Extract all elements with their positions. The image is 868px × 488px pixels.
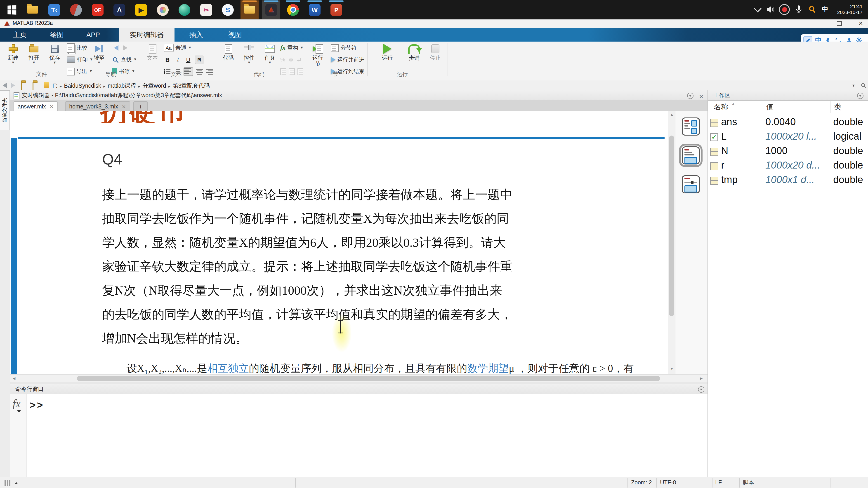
breadcrumb-seg3[interactable]: 分章word [143,83,166,89]
panel-menu-icon[interactable] [698,386,704,393]
compare-button[interactable]: 比较 [67,42,87,53]
fx-indicator[interactable]: fx [13,398,21,410]
tab-apps[interactable]: APP [78,28,108,41]
workspace-row-tmp[interactable]: tmp1000x1 d...double [708,173,868,188]
ime-indicator[interactable]: 中 [819,4,831,15]
scroll-left-icon[interactable]: ◀ [13,377,16,381]
breadcrumb-seg2[interactable]: matlab课程 [107,83,136,89]
bold-button[interactable]: B [164,56,171,64]
record-icon[interactable] [778,4,790,15]
forward-arrow-icon[interactable] [123,45,127,51]
status-file-kind[interactable]: 脚本 [743,477,754,488]
col-name[interactable]: 名称 [714,103,728,112]
scroll-up-icon[interactable]: ▲ [670,112,674,117]
tab-view[interactable]: 视图 [220,28,250,41]
snipping-tool-icon[interactable]: ✂ [197,0,215,19]
link-mutually-independent[interactable]: 相互独立 [207,363,249,374]
stop-button[interactable]: 停止 [425,42,446,61]
media-player-icon[interactable]: ▶ [132,0,150,19]
section-break-button[interactable]: 分节符 [331,42,357,53]
cat-app-icon[interactable]: ᐱ [110,0,128,19]
workspace-row-ans[interactable]: ans0.0040double [708,116,868,130]
tab-home[interactable]: 主页 [4,28,35,41]
translate-app-icon[interactable]: T‹ [45,0,63,19]
doc-paragraph-line[interactable]: 的去吃饭的同学人数的平均值，计算该平均值和真实的期望的偏差有多大， [102,302,636,326]
volume-icon[interactable] [765,4,776,15]
current-folder-collapsed-tab[interactable]: 当前文件夹 [0,90,10,130]
editor-hscrollbar[interactable]: ◀ ▶ [10,374,708,382]
close-button[interactable]: ✕ [854,20,868,28]
tab-insert[interactable]: 插入 [181,28,212,41]
underline-button[interactable]: U [184,56,192,64]
scroll-right-icon[interactable]: ▶ [700,377,703,381]
tab-live-editor[interactable]: 实时编辑器 [119,28,175,41]
status-zoom[interactable]: Zoom: 2... [631,477,657,488]
align-center-icon[interactable] [196,68,203,74]
sync-app-icon[interactable] [67,0,85,19]
run-section-button[interactable]: 运行节 [307,42,328,67]
step-button[interactable]: 步进 [404,42,425,61]
doc-heading[interactable]: Q4 [102,151,122,168]
control-button[interactable]: 控件▼ [239,42,259,65]
hscroll-thumb[interactable] [77,376,660,381]
tab-answer-mlx[interactable]: answer.mlx✕ [13,101,58,111]
search-tray-icon[interactable] [807,4,818,15]
open-folder-window-icon[interactable] [241,0,258,19]
monospace-button[interactable]: M [195,55,204,64]
toggle-output-inline-button[interactable] [682,147,700,164]
align-right-icon[interactable] [206,68,213,74]
folder-up-icon[interactable] [21,82,22,90]
matlab-taskbar-icon[interactable] [262,0,280,19]
run-button[interactable]: 运行 [377,42,398,61]
text-button[interactable]: 文本 [142,42,163,61]
panel-menu-icon[interactable] [857,93,864,99]
italic-button[interactable]: I [174,56,182,64]
command-prompt[interactable]: >> [30,399,44,411]
refactor-button[interactable]: fx重构▼ [280,42,304,53]
panel-menu-icon[interactable] [687,93,693,99]
workspace-row-L[interactable]: ✓L1000x20 l...logical [708,130,868,144]
export-button[interactable]: 导出▼ [67,66,93,77]
doc-paragraph-line[interactable]: 增加N会出现怎样的情况。 [102,326,636,350]
maximize-button[interactable] [832,20,846,28]
file-explorer-icon[interactable] [24,0,41,19]
doc-paragraph-line[interactable]: 复N次（N取得尽量大一点，例如1000次），并求出这N次独立事件抽出来 [102,278,636,302]
address-search-icon[interactable] [860,82,867,89]
tab-home-work3-3-mlx[interactable]: home_work3_3.mlx✕ [65,101,130,111]
text-style-select[interactable]: Aa普通▼ [164,42,192,53]
breadcrumb-seg4[interactable]: 第3章配套代码 [173,83,210,89]
powerpoint-icon[interactable]: P [327,0,345,19]
minimize-button[interactable]: — [811,20,824,28]
tray-clock[interactable]: 21:41 2023-10-17 [831,4,863,15]
save-button[interactable]: 保存▼ [44,42,65,65]
toggle-output-right-button[interactable] [682,118,700,135]
back-arrow-icon[interactable] [114,45,119,51]
goto-button[interactable]: 转至▼ [89,42,110,65]
doc-paragraph-line[interactable]: 接上一题的题干，请学过概率论与数理统计的同学接着做本题。将上一题中 [102,183,636,206]
workspace-row-N[interactable]: N1000double [708,144,868,159]
back-nav-icon[interactable] [3,83,7,88]
link-expectation[interactable]: 数学期望 [467,363,509,374]
close-icon[interactable]: ✕ [122,104,126,109]
scroll-down-icon[interactable]: ▼ [670,367,674,371]
tray-expand-chevron-icon[interactable] [752,4,764,15]
windows-start-icon[interactable] [3,0,21,19]
close-icon[interactable]: ✕ [50,104,54,109]
paint-app-icon[interactable] [154,0,172,19]
address-dropdown-caret-icon[interactable]: ▼ [852,84,855,88]
find-button[interactable]: 查找▼ [112,54,137,65]
chrome-icon[interactable] [284,0,302,19]
browse-folder-icon[interactable] [33,82,33,90]
forward-nav-icon[interactable] [11,83,15,88]
col-class[interactable]: 类 [834,103,841,112]
sogou-app-icon[interactable]: S [219,0,237,19]
status-encoding[interactable]: UTF-8 [660,477,676,488]
open-button[interactable]: 打开▼ [24,42,44,65]
statusbar-grip-button[interactable] [0,477,21,488]
doc-theorem-line[interactable]: 设X₁,X₂,...,Xₙ,...是相互独立的随机变量序列，服从相同分布，且具有… [127,361,634,374]
run-advance-button[interactable]: 运行并前进 [331,54,364,65]
doc-paragraph-line[interactable]: 家验证辛钦大数定律的成立。提示：将上述抽取同学去吃饭这个随机事件重 [102,254,636,278]
document-canvas[interactable]: 扔硬币 Q4 接上一题的题干，请学过概率论与数理统计的同学接着做本题。将上一题中… [10,111,668,374]
word-icon[interactable]: W [306,0,324,19]
tab-plots[interactable]: 绘图 [41,28,72,41]
